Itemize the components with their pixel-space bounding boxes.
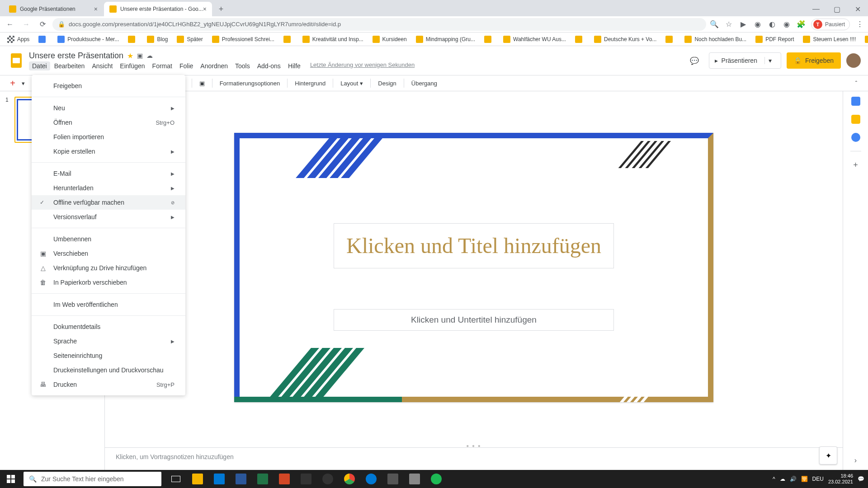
systray-volume-icon[interactable]: 🔊 bbox=[790, 476, 797, 482]
transition-button[interactable]: Übergang bbox=[408, 78, 441, 89]
menu-offline[interactable]: ✓Offline verfügbar machen⊘ bbox=[32, 195, 185, 210]
present-button[interactable]: ▸ Präsentieren ▾ bbox=[709, 52, 781, 69]
menu-open[interactable]: ÖffnenStrg+O bbox=[32, 115, 185, 130]
new-slide-button[interactable]: + bbox=[7, 78, 18, 89]
bookmark-item[interactable]: Kursideen bbox=[369, 34, 410, 45]
slide-canvas[interactable]: Klicken und Titel hinzufügen Klicken und… bbox=[234, 133, 713, 402]
menu-move[interactable]: ▣Verschieben bbox=[32, 246, 185, 261]
menu-anordnen[interactable]: Anordnen bbox=[197, 61, 231, 70]
bookmark-item[interactable]: Steuern Videos wic... bbox=[861, 34, 868, 45]
systray-clock[interactable]: 18:46 23.02.2021 bbox=[828, 473, 853, 485]
extension-icon[interactable]: ◐ bbox=[768, 20, 777, 29]
bookmark-item[interactable] bbox=[662, 34, 679, 45]
close-tab-icon[interactable]: × bbox=[94, 5, 98, 13]
bookmark-item[interactable]: Kreativität und Insp... bbox=[299, 34, 367, 45]
menu-trash[interactable]: 🗑In Papierkorb verschieben bbox=[32, 275, 185, 290]
share-button[interactable]: 🔒 Freigeben bbox=[787, 52, 841, 69]
zoom-icon[interactable]: 🔍 bbox=[710, 20, 719, 29]
minimize-button[interactable]: — bbox=[806, 2, 826, 16]
collapse-toolbar-icon[interactable]: ˆ bbox=[852, 78, 861, 89]
taskbar-chrome[interactable] bbox=[339, 470, 360, 488]
task-view-button[interactable] bbox=[165, 470, 187, 488]
menu-ansicht[interactable]: Ansicht bbox=[89, 61, 116, 70]
back-button[interactable]: ← bbox=[4, 18, 16, 31]
menu-new[interactable]: Neu▶ bbox=[32, 101, 185, 115]
menu-history[interactable]: Versionsverlauf▶ bbox=[32, 210, 185, 224]
tasks-addon-icon[interactable] bbox=[851, 133, 860, 142]
menu-email[interactable]: E-Mail▶ bbox=[32, 166, 185, 181]
menu-addons[interactable]: Add-ons bbox=[254, 61, 284, 70]
bookmark-item[interactable]: Später bbox=[173, 34, 206, 45]
menu-download[interactable]: Herunterladen▶ bbox=[32, 181, 185, 195]
comments-button[interactable]: 💬 bbox=[685, 52, 703, 70]
menu-import[interactable]: Folien importieren bbox=[32, 130, 185, 144]
address-bar[interactable]: 🔒 docs.google.com/presentation/d/1je40CL… bbox=[52, 18, 706, 31]
taskbar-search[interactable]: 🔍Zur Suche Text hier eingeben bbox=[24, 472, 161, 486]
taskbar-edge[interactable] bbox=[208, 470, 230, 488]
bookmark-star-icon[interactable]: ☆ bbox=[724, 20, 733, 29]
notes-resize-handle[interactable]: ● ● ● bbox=[105, 444, 843, 447]
bookmark-item[interactable]: PDF Report bbox=[752, 34, 797, 45]
extensions-puzzle-icon[interactable]: 🧩 bbox=[797, 20, 806, 29]
taskbar-excel[interactable] bbox=[252, 470, 274, 488]
taskbar-app[interactable] bbox=[382, 470, 404, 488]
menu-details[interactable]: Dokumentdetails bbox=[32, 319, 185, 334]
bookmark-item[interactable]: Steuern Lesen !!!! bbox=[799, 34, 859, 45]
last-edit-link[interactable]: Letzte Änderung vor wenigen Sekunden bbox=[310, 61, 415, 70]
taskbar-app[interactable] bbox=[295, 470, 317, 488]
bookmark-item[interactable] bbox=[280, 34, 297, 45]
background-button[interactable]: Hintergrund bbox=[291, 78, 329, 89]
move-icon[interactable]: ▣ bbox=[137, 52, 143, 59]
bookmark-item[interactable]: Professionell Schrei... bbox=[208, 34, 278, 45]
taskbar-word[interactable] bbox=[230, 470, 252, 488]
bookmark-item[interactable] bbox=[481, 34, 498, 45]
menu-format[interactable]: Format bbox=[149, 61, 175, 70]
menu-language[interactable]: Sprache▶ bbox=[32, 334, 185, 348]
menu-print[interactable]: 🖶DruckenStrg+P bbox=[32, 377, 185, 392]
menu-publish[interactable]: Im Web veröffentlichen bbox=[32, 297, 185, 312]
account-button[interactable]: T Pausiert bbox=[811, 19, 850, 30]
browser-tab-1[interactable]: Google Präsentationen × bbox=[4, 2, 103, 16]
chrome-menu-icon[interactable]: ⋮ bbox=[855, 20, 864, 29]
menu-share[interactable]: Freigeben bbox=[32, 79, 185, 93]
menu-page-setup[interactable]: Seiteneinrichtung bbox=[32, 348, 185, 363]
bookmark-apps[interactable]: Apps bbox=[4, 34, 33, 45]
maximize-button[interactable]: ▢ bbox=[826, 2, 847, 16]
systray-language[interactable]: DEU bbox=[812, 476, 824, 482]
systray-chevron-icon[interactable]: ^ bbox=[773, 476, 775, 482]
extension-icon[interactable]: ◉ bbox=[753, 20, 762, 29]
speaker-notes[interactable]: Klicken, um Vortragsnotizen hinzuzufügen bbox=[105, 447, 843, 470]
menu-einfuegen[interactable]: Einfügen bbox=[117, 61, 148, 70]
taskbar-spotify[interactable] bbox=[425, 470, 447, 488]
media-icon[interactable]: ▶ bbox=[739, 20, 748, 29]
slides-logo-icon[interactable] bbox=[7, 52, 25, 70]
taskbar-app[interactable] bbox=[360, 470, 382, 488]
bookmark-item[interactable]: Deutsche Kurs + Vo... bbox=[590, 34, 660, 45]
taskbar-powerpoint[interactable] bbox=[274, 470, 295, 488]
menu-rename[interactable]: Umbenennen bbox=[32, 232, 185, 246]
bookmark-item[interactable] bbox=[124, 34, 142, 45]
menu-datei[interactable]: Datei bbox=[29, 61, 50, 70]
start-button[interactable] bbox=[0, 470, 22, 488]
present-dropdown-icon[interactable]: ▾ bbox=[764, 57, 775, 64]
format-options-button[interactable]: Formatierungsoptionen bbox=[216, 78, 284, 89]
taskbar-app[interactable] bbox=[404, 470, 425, 488]
bookmark-item[interactable] bbox=[35, 34, 52, 45]
menu-copy[interactable]: Kopie erstellen▶ bbox=[32, 144, 185, 159]
close-tab-icon[interactable]: × bbox=[203, 5, 207, 13]
taskbar-app[interactable] bbox=[317, 470, 339, 488]
browser-tab-2[interactable]: Unsere erste Präsentation - Goo... × bbox=[104, 2, 212, 16]
doc-title[interactable]: Unsere erste Präsentation bbox=[29, 51, 123, 61]
bookmark-item[interactable]: Produktsuche - Mer... bbox=[54, 34, 123, 45]
explore-button[interactable]: ✦ bbox=[819, 446, 837, 465]
menu-folie[interactable]: Folie bbox=[176, 61, 196, 70]
bookmark-item[interactable]: Mindmapping (Gru... bbox=[412, 34, 479, 45]
theme-button[interactable]: Design bbox=[374, 78, 400, 89]
bookmark-item[interactable]: Wahlfächer WU Aus... bbox=[500, 34, 570, 45]
tool-icon[interactable]: ▣ bbox=[196, 78, 208, 89]
extension-icon[interactable]: ◉ bbox=[782, 20, 791, 29]
keep-addon-icon[interactable] bbox=[851, 115, 860, 124]
bookmark-item[interactable]: Noch hochladen Bu... bbox=[681, 34, 750, 45]
bookmark-item[interactable] bbox=[571, 34, 589, 45]
cloud-status-icon[interactable]: ☁ bbox=[146, 52, 153, 59]
